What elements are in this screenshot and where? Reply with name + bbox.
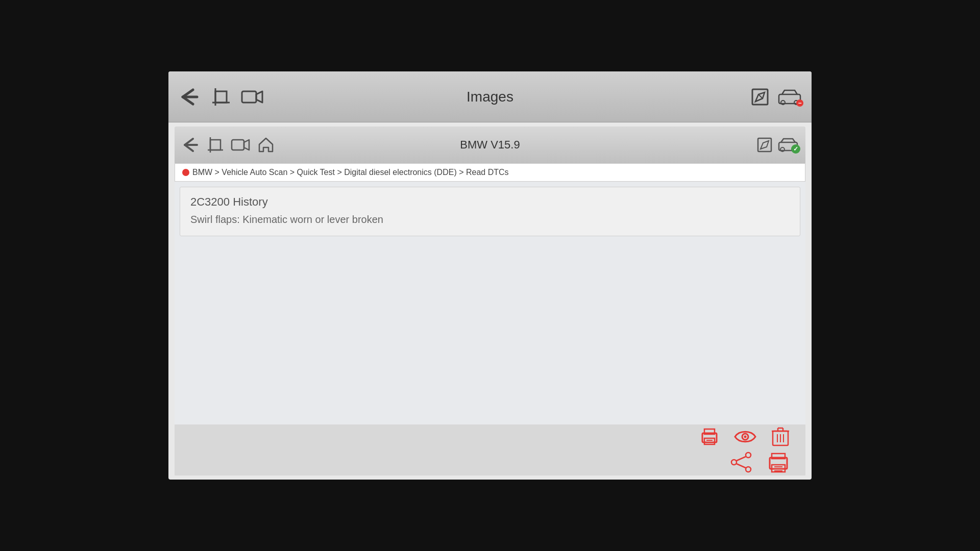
svg-point-36 xyxy=(746,467,751,472)
trash-button[interactable] xyxy=(771,426,790,447)
svg-marker-14 xyxy=(244,140,249,150)
outer-crop-button[interactable] xyxy=(211,87,231,107)
svg-line-37 xyxy=(737,457,746,461)
dtc-title: 2C3200 History xyxy=(190,195,790,209)
bottom-row1 xyxy=(699,426,790,447)
svg-rect-10 xyxy=(210,140,220,150)
inner-toolbar-left xyxy=(182,136,275,154)
inner-title: BMW V15.9 xyxy=(460,138,520,152)
outer-edit-button[interactable] xyxy=(750,87,770,107)
car-check-badge: ✓ xyxy=(791,144,800,154)
breadcrumb-bar: BMW > Vehicle Auto Scan > Quick Test > D… xyxy=(175,163,805,182)
outer-video-button[interactable] xyxy=(241,88,263,106)
breadcrumb-dot xyxy=(182,169,189,176)
car-minus-badge: − xyxy=(796,99,803,107)
share-button[interactable] xyxy=(730,451,752,473)
bottom-right-icons xyxy=(699,426,790,474)
outer-toolbar-left xyxy=(179,87,263,107)
svg-line-6 xyxy=(758,94,763,98)
outer-back-button[interactable] xyxy=(179,87,201,107)
inner-crop-button[interactable] xyxy=(207,137,224,153)
outer-title: Images xyxy=(467,89,513,105)
outer-toolbar: Images − xyxy=(168,71,812,122)
dtc-description: Swirl flaps: Kinematic worn or lever bro… xyxy=(190,214,790,226)
inner-car-button[interactable]: ✓ xyxy=(778,137,798,153)
dtc-card: 2C3200 History Swirl flaps: Kinematic wo… xyxy=(180,187,800,236)
bottom-row2 xyxy=(730,450,790,474)
outer-window: Images − xyxy=(168,71,812,480)
content-area: 2C3200 History Swirl flaps: Kinematic wo… xyxy=(175,182,805,424)
outer-car-button[interactable]: − xyxy=(778,88,801,106)
inner-toolbar: BMW V15.9 ✓ xyxy=(175,127,805,163)
view-button[interactable] xyxy=(734,429,756,444)
svg-rect-3 xyxy=(242,91,256,103)
breadcrumb-text: BMW > Vehicle Auto Scan > Quick Test > D… xyxy=(192,168,509,177)
svg-rect-13 xyxy=(232,140,244,150)
svg-marker-4 xyxy=(256,91,262,103)
print2-button[interactable] xyxy=(767,450,790,474)
svg-line-38 xyxy=(737,464,746,468)
print-button[interactable] xyxy=(699,427,720,446)
svg-point-35 xyxy=(731,460,737,465)
inner-back-button[interactable] xyxy=(182,137,200,153)
inner-window: BMW V15.9 ✓ xyxy=(175,127,805,475)
inner-home-button[interactable] xyxy=(257,136,275,154)
inner-edit-button[interactable] xyxy=(756,137,773,153)
inner-toolbar-right: ✓ xyxy=(756,137,798,153)
svg-point-25 xyxy=(744,436,747,438)
bottom-toolbar xyxy=(175,424,805,475)
svg-rect-21 xyxy=(704,438,715,444)
outer-toolbar-right: − xyxy=(750,87,801,107)
svg-point-34 xyxy=(746,453,751,458)
svg-rect-0 xyxy=(215,91,227,103)
inner-video-button[interactable] xyxy=(231,138,250,152)
